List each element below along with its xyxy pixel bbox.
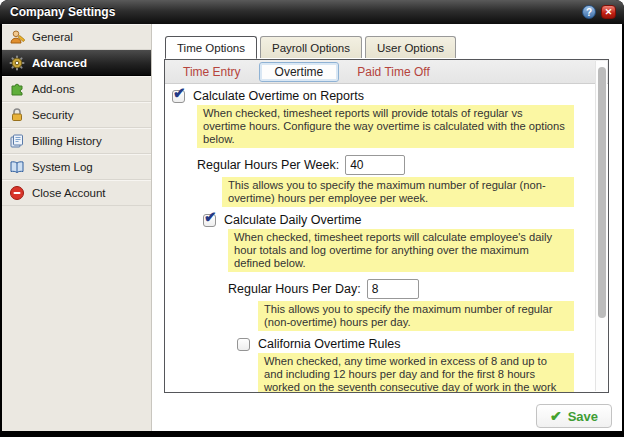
documents-icon xyxy=(9,133,25,149)
window-body: General Advanced Add-ons Security Billin… xyxy=(2,24,622,431)
daily-overtime-label: Calculate Daily Overtime xyxy=(224,213,362,227)
titlebar-buttons: ? ✕ xyxy=(582,5,616,19)
lock-icon xyxy=(9,107,25,123)
settings-scroll-area: ✔ Calculate Overtime on Reports When che… xyxy=(165,84,608,392)
sidebar-item-label: Billing History xyxy=(32,135,102,147)
window-title: Company Settings xyxy=(10,5,115,19)
sidebar-item-billing-history[interactable]: Billing History xyxy=(2,128,151,154)
check-icon: ✔ xyxy=(204,209,217,224)
california-rules-label: California Overtime Rules xyxy=(258,337,400,351)
daily-overtime-checkbox[interactable]: ✔ xyxy=(203,214,216,227)
overtime-reports-row: ✔ Calculate Overtime on Reports xyxy=(172,89,582,103)
california-rules-checkbox[interactable]: ✔ xyxy=(237,338,250,351)
close-icon[interactable]: ✕ xyxy=(601,5,616,19)
titlebar[interactable]: Company Settings ? ✕ xyxy=(0,0,624,24)
overtime-reports-checkbox[interactable]: ✔ xyxy=(172,90,185,103)
help-icon[interactable]: ? xyxy=(582,5,596,19)
scrollbar-thumb[interactable] xyxy=(598,67,606,318)
check-icon: ✔ xyxy=(550,408,562,424)
main-panel: Time Options Payroll Options User Option… xyxy=(152,24,622,431)
sidebar-item-label: General xyxy=(32,31,73,43)
overtime-reports-label: Calculate Overtime on Reports xyxy=(193,89,364,103)
tab-content-box: Time Entry Overtime Paid Time Off ✔ Calc… xyxy=(164,59,609,393)
save-button-label: Save xyxy=(568,409,598,424)
tab-user-options[interactable]: User Options xyxy=(365,36,456,58)
sidebar-item-security[interactable]: Security xyxy=(2,102,151,128)
hours-per-week-input[interactable] xyxy=(345,155,405,175)
puzzle-icon xyxy=(9,81,25,97)
book-icon xyxy=(9,159,25,175)
sidebar-item-system-log[interactable]: System Log xyxy=(2,154,151,180)
hours-per-day-label: Regular Hours Per Day: xyxy=(228,282,361,296)
sidebar-item-label: Add-ons xyxy=(32,83,75,95)
sidebar-item-label: Advanced xyxy=(32,57,87,69)
california-rules-row: ✔ California Overtime Rules xyxy=(237,337,582,351)
minus-circle-icon xyxy=(9,185,25,201)
tab-time-options[interactable]: Time Options xyxy=(165,36,257,59)
overtime-reports-help: When checked, timesheet reports will pro… xyxy=(197,105,574,148)
hours-per-week-label: Regular Hours Per Week: xyxy=(197,158,339,172)
tab-payroll-options[interactable]: Payroll Options xyxy=(260,36,362,58)
sidebar-item-add-ons[interactable]: Add-ons xyxy=(2,76,151,102)
hours-per-week-help: This allows you to specify the maximum n… xyxy=(222,177,574,207)
gear-icon xyxy=(9,55,25,71)
sidebar-item-advanced[interactable]: Advanced xyxy=(2,50,151,76)
check-icon: ✔ xyxy=(173,85,186,100)
sidebar-item-label: System Log xyxy=(32,161,93,173)
subtab-bar: Time Entry Overtime Paid Time Off xyxy=(165,60,608,84)
sidebar-item-close-account[interactable]: Close Account xyxy=(2,180,151,206)
subtab-time-entry[interactable]: Time Entry xyxy=(183,65,241,79)
save-button[interactable]: ✔ Save xyxy=(536,404,612,428)
sidebar-item-label: Security xyxy=(32,109,74,121)
hours-per-day-input[interactable] xyxy=(367,279,419,299)
sidebar: General Advanced Add-ons Security Billin… xyxy=(2,24,152,431)
user-icon xyxy=(9,29,25,45)
tab-bar: Time Options Payroll Options User Option… xyxy=(165,36,456,58)
sidebar-item-general[interactable]: General xyxy=(2,24,151,50)
hours-per-day-help: This allows you to specify the maximum n… xyxy=(258,301,574,331)
hours-per-day-row: Regular Hours Per Day: xyxy=(228,279,582,299)
daily-overtime-row: ✔ Calculate Daily Overtime xyxy=(203,213,582,227)
company-settings-window: Company Settings ? ✕ General Advanced Ad… xyxy=(0,0,624,437)
subtab-paid-time-off[interactable]: Paid Time Off xyxy=(357,65,429,79)
hours-per-week-row: Regular Hours Per Week: xyxy=(197,155,582,175)
california-rules-help: When checked, any time worked in excess … xyxy=(258,353,574,392)
sidebar-item-label: Close Account xyxy=(32,187,106,199)
daily-overtime-help: When checked, timesheet reports will cal… xyxy=(228,229,574,272)
vertical-scrollbar[interactable] xyxy=(595,61,607,391)
subtab-overtime[interactable]: Overtime xyxy=(259,62,340,82)
